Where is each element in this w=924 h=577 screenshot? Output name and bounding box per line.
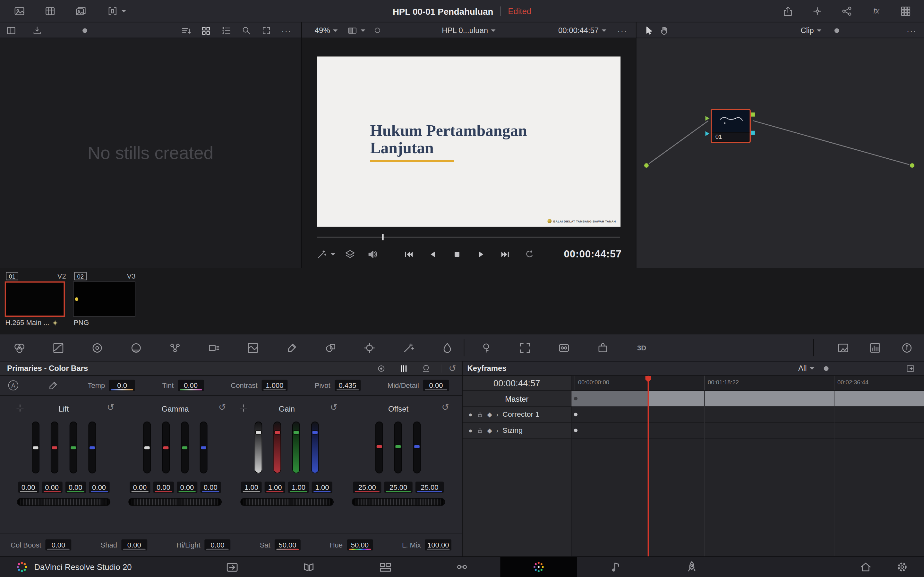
magic-mask-icon[interactable] — [401, 341, 416, 355]
gain-luma-value[interactable]: 1.00 — [241, 482, 262, 493]
reset-all-icon[interactable]: ↺ — [449, 363, 456, 374]
keyframe-diamond-icon[interactable]: ◆ — [487, 411, 492, 418]
timeline-settings-icon[interactable] — [810, 4, 825, 18]
tracker-icon[interactable] — [362, 341, 377, 355]
fusion-page-tab[interactable] — [424, 557, 501, 577]
scopes-icon[interactable] — [867, 341, 883, 355]
color-wheels-icon[interactable] — [12, 341, 27, 355]
lock-icon[interactable] — [477, 411, 483, 418]
gamma-red-value[interactable]: 0.00 — [153, 482, 174, 493]
viewer-scrub-bar[interactable] — [317, 235, 620, 240]
reset-gamma-icon[interactable]: ↺ — [218, 402, 226, 413]
expand-chevron[interactable]: › — [496, 411, 499, 418]
fx-icon[interactable]: fx — [869, 4, 884, 18]
keyframe-track-corrector[interactable]: ● ◆ › Corrector 1 — [463, 407, 924, 423]
deliver-page-tab[interactable] — [654, 557, 730, 577]
keyframe-track-sizing[interactable]: ● ◆ › Sizing — [463, 423, 924, 439]
clip-version[interactable]: V3 — [127, 272, 136, 280]
clip-thumbnail[interactable] — [73, 282, 136, 317]
color-page-tab[interactable] — [500, 557, 577, 577]
offset-green-slider[interactable] — [395, 422, 402, 474]
keyframes-filter-select[interactable]: All — [798, 364, 814, 373]
play-icon[interactable] — [473, 247, 489, 261]
stop-icon[interactable] — [449, 247, 465, 261]
key-output-square[interactable] — [751, 131, 755, 135]
hdr-wheels-icon[interactable] — [128, 341, 144, 355]
color-wheels-mode-icon[interactable] — [374, 361, 389, 376]
unmix-layers-icon[interactable] — [342, 247, 358, 261]
custom-curves-icon[interactable] — [51, 341, 66, 355]
hand-tool-icon[interactable] — [656, 23, 672, 37]
cut-page-tab[interactable] — [270, 557, 347, 577]
color-warper-icon[interactable] — [89, 341, 105, 355]
search-icon[interactable] — [239, 23, 254, 37]
gamma-master-wheel[interactable] — [129, 498, 222, 506]
gain-blue-slider[interactable] — [311, 422, 319, 474]
col-boost-value[interactable]: 0.00 — [45, 539, 71, 550]
gain-red-value[interactable]: 1.00 — [265, 482, 285, 493]
hue-value[interactable]: 50.00 — [347, 539, 373, 550]
log-wheels-mode-icon[interactable] — [419, 361, 434, 376]
key-icon[interactable] — [478, 341, 494, 355]
clip-thumbnail-selected[interactable] — [5, 282, 65, 317]
effects-icon[interactable] — [595, 341, 611, 355]
track-enable-dot[interactable]: ● — [468, 411, 472, 418]
three-d-icon[interactable]: 3D — [634, 341, 649, 355]
gain-green-slider[interactable] — [292, 422, 300, 474]
gamma-blue-value[interactable]: 0.00 — [200, 482, 221, 493]
expand-chevron[interactable]: › — [496, 427, 499, 434]
auto-color-wand-icon[interactable] — [316, 248, 335, 260]
lift-blue-slider[interactable] — [88, 422, 96, 474]
lum-mix-value[interactable]: 100.00 — [425, 539, 451, 550]
media-page-tab[interactable] — [194, 557, 270, 577]
viewer-zoom-select[interactable]: 49% — [315, 26, 338, 35]
keyframe-dot[interactable] — [574, 429, 577, 432]
cursor-icon[interactable] — [641, 23, 656, 37]
node-graph-panel[interactable]: 01 — [636, 38, 924, 268]
lift-luma-slider[interactable] — [31, 422, 39, 474]
white-balance-picker-icon[interactable] — [45, 378, 61, 392]
sort-icon[interactable] — [179, 23, 194, 37]
edit-page-tab[interactable] — [347, 557, 424, 577]
lift-green-slider[interactable] — [69, 422, 77, 474]
node-graph-icon[interactable] — [839, 4, 855, 18]
lightbox-icon[interactable] — [835, 341, 851, 355]
sizing-icon[interactable] — [517, 341, 533, 355]
lift-red-value[interactable]: 0.00 — [41, 482, 62, 493]
keyframe-dot[interactable] — [574, 413, 577, 416]
lift-green-value[interactable]: 0.00 — [65, 482, 86, 493]
project-settings-gear-icon[interactable] — [895, 560, 910, 574]
tint-value[interactable]: 0.00 — [178, 380, 204, 391]
grid-view-icon[interactable] — [199, 23, 214, 37]
export-icon[interactable] — [780, 4, 796, 18]
gain-master-wheel[interactable] — [240, 498, 333, 506]
workspace-layout-icon[interactable] — [898, 4, 913, 18]
lock-icon[interactable] — [477, 427, 483, 434]
curves-tool-icon[interactable] — [245, 341, 260, 355]
keyframe-dot[interactable] — [574, 397, 577, 400]
qualifier-icon[interactable] — [284, 341, 299, 355]
expand-panel-icon[interactable] — [903, 362, 918, 376]
skip-end-icon[interactable] — [497, 247, 513, 261]
fit-view-icon[interactable] — [258, 23, 274, 37]
gamma-blue-slider[interactable] — [200, 422, 207, 474]
motion-effects-icon[interactable] — [206, 341, 222, 355]
crosshair-icon[interactable] — [238, 403, 248, 413]
lift-red-slider[interactable] — [50, 422, 58, 474]
track-enable-dot[interactable]: ● — [468, 427, 472, 434]
temp-value[interactable]: 0.0 — [109, 380, 135, 391]
keyframes-zoom-slider[interactable] — [824, 366, 829, 371]
loop-icon[interactable] — [522, 247, 537, 261]
stills-gallery-icon[interactable] — [12, 4, 27, 18]
auto-balance-icon[interactable]: A — [8, 380, 18, 390]
crosshair-icon[interactable] — [15, 403, 25, 413]
audio-mute-icon[interactable] — [365, 247, 380, 261]
offset-blue-slider[interactable] — [413, 422, 421, 474]
sat-value[interactable]: 50.00 — [275, 539, 300, 550]
hi-light-value[interactable]: 0.00 — [205, 539, 231, 550]
gamma-luma-value[interactable]: 0.00 — [129, 482, 150, 493]
viewer-more-options[interactable]: ··· — [615, 23, 630, 37]
blur-icon[interactable] — [439, 341, 455, 355]
gamma-green-slider[interactable] — [181, 422, 189, 474]
keyframes-ruler[interactable]: 00:00:00:00 00:01:18:22 00:02:36:44 — [572, 376, 924, 390]
